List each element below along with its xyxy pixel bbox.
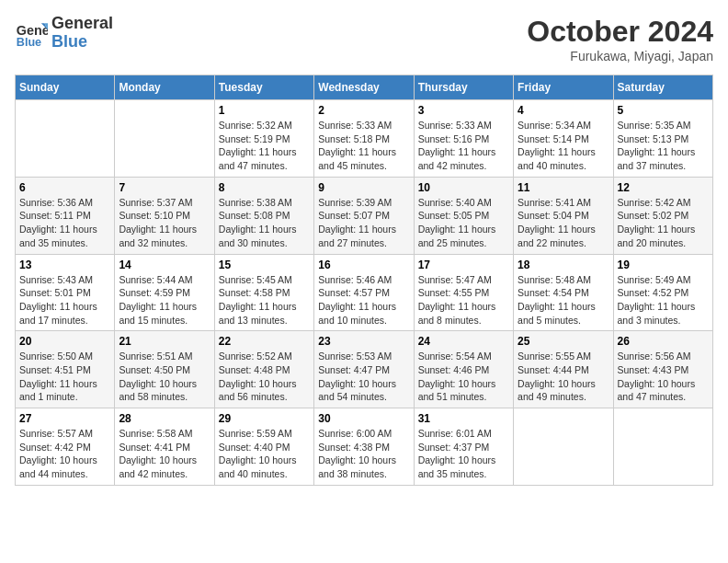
calendar-cell: 14Sunrise: 5:44 AMSunset: 4:59 PMDayligh… (115, 254, 214, 331)
calendar-cell: 5Sunrise: 5:35 AMSunset: 5:13 PMDaylight… (613, 100, 712, 178)
day-info: Sunrise: 5:36 AMSunset: 5:11 PMDaylight:… (19, 196, 110, 250)
day-number: 14 (119, 259, 210, 271)
day-info: Sunrise: 5:39 AMSunset: 5:07 PMDaylight:… (318, 196, 409, 250)
day-info: Sunrise: 5:44 AMSunset: 4:59 PMDaylight:… (119, 273, 210, 327)
calendar-cell: 21Sunrise: 5:51 AMSunset: 4:50 PMDayligh… (115, 331, 214, 408)
day-info: Sunrise: 5:57 AMSunset: 4:42 PMDaylight:… (19, 427, 110, 481)
calendar-cell: 19Sunrise: 5:49 AMSunset: 4:52 PMDayligh… (613, 254, 712, 331)
calendar-cell: 16Sunrise: 5:46 AMSunset: 4:57 PMDayligh… (314, 254, 414, 331)
calendar-cell: 12Sunrise: 5:42 AMSunset: 5:02 PMDayligh… (613, 177, 712, 254)
day-number: 8 (219, 181, 310, 194)
day-number: 22 (219, 335, 310, 348)
calendar-cell: 9Sunrise: 5:39 AMSunset: 5:07 PMDaylight… (314, 177, 414, 254)
calendar-cell: 31Sunrise: 6:01 AMSunset: 4:37 PMDayligh… (414, 408, 513, 486)
day-number: 13 (19, 259, 110, 271)
day-number: 19 (618, 259, 709, 271)
logo: General Blue General Blue (15, 15, 113, 52)
weekday-header-friday: Friday (514, 75, 613, 100)
day-info: Sunrise: 5:38 AMSunset: 5:08 PMDaylight:… (219, 196, 310, 250)
calendar-cell: 23Sunrise: 5:53 AMSunset: 4:47 PMDayligh… (314, 331, 414, 408)
day-number: 16 (318, 259, 409, 271)
calendar-cell: 3Sunrise: 5:33 AMSunset: 5:16 PMDaylight… (414, 100, 513, 178)
calendar-title: October 2024 (527, 15, 713, 49)
calendar-cell: 20Sunrise: 5:50 AMSunset: 4:51 PMDayligh… (16, 331, 115, 408)
calendar-cell: 4Sunrise: 5:34 AMSunset: 5:14 PMDaylight… (514, 100, 613, 178)
day-number: 1 (219, 104, 310, 117)
day-number: 18 (518, 259, 609, 271)
calendar-cell: 17Sunrise: 5:47 AMSunset: 4:55 PMDayligh… (414, 254, 513, 331)
weekday-header-tuesday: Tuesday (214, 75, 313, 100)
calendar-cell: 24Sunrise: 5:54 AMSunset: 4:46 PMDayligh… (414, 331, 513, 408)
logo-icon: General Blue (15, 17, 48, 50)
day-number: 12 (618, 181, 709, 194)
calendar-cell: 18Sunrise: 5:48 AMSunset: 4:54 PMDayligh… (514, 254, 613, 331)
day-number: 4 (518, 104, 609, 117)
logo-line2: Blue (51, 33, 113, 52)
logo-line1: General (51, 15, 113, 33)
day-number: 30 (318, 412, 409, 425)
day-number: 21 (119, 335, 210, 348)
calendar-cell (514, 408, 613, 486)
calendar-cell: 25Sunrise: 5:55 AMSunset: 4:44 PMDayligh… (514, 331, 613, 408)
calendar-cell: 27Sunrise: 5:57 AMSunset: 4:42 PMDayligh… (16, 408, 115, 486)
day-number: 9 (318, 181, 409, 194)
day-info: Sunrise: 5:49 AMSunset: 4:52 PMDaylight:… (618, 273, 709, 327)
calendar-cell: 7Sunrise: 5:37 AMSunset: 5:10 PMDaylight… (115, 177, 214, 254)
logo-wordmark: General Blue (51, 15, 113, 52)
day-info: Sunrise: 5:58 AMSunset: 4:41 PMDaylight:… (119, 427, 210, 481)
day-info: Sunrise: 5:33 AMSunset: 5:18 PMDaylight:… (318, 119, 409, 173)
day-number: 20 (19, 335, 110, 348)
day-number: 26 (618, 335, 709, 348)
day-info: Sunrise: 5:55 AMSunset: 4:44 PMDaylight:… (518, 350, 609, 404)
day-number: 27 (19, 412, 110, 425)
day-info: Sunrise: 5:56 AMSunset: 4:43 PMDaylight:… (618, 350, 709, 404)
calendar-cell: 13Sunrise: 5:43 AMSunset: 5:01 PMDayligh… (16, 254, 115, 331)
calendar-table: SundayMondayTuesdayWednesdayThursdayFrid… (15, 75, 713, 486)
week-row-1: 1Sunrise: 5:32 AMSunset: 5:19 PMDaylight… (16, 100, 713, 178)
day-info: Sunrise: 5:53 AMSunset: 4:47 PMDaylight:… (318, 350, 409, 404)
calendar-cell: 10Sunrise: 5:40 AMSunset: 5:05 PMDayligh… (414, 177, 513, 254)
title-block: October 2024 Furukawa, Miyagi, Japan (527, 15, 713, 63)
day-number: 2 (318, 104, 409, 117)
calendar-cell: 1Sunrise: 5:32 AMSunset: 5:19 PMDaylight… (214, 100, 313, 178)
calendar-cell: 11Sunrise: 5:41 AMSunset: 5:04 PMDayligh… (514, 177, 613, 254)
day-info: Sunrise: 5:47 AMSunset: 4:55 PMDaylight:… (418, 273, 509, 327)
day-number: 10 (418, 181, 509, 194)
day-number: 23 (318, 335, 409, 348)
day-info: Sunrise: 5:48 AMSunset: 4:54 PMDaylight:… (518, 273, 609, 327)
page-header: General Blue General Blue October 2024 F… (15, 15, 713, 63)
day-number: 5 (618, 104, 709, 117)
week-row-3: 13Sunrise: 5:43 AMSunset: 5:01 PMDayligh… (16, 254, 713, 331)
calendar-cell: 26Sunrise: 5:56 AMSunset: 4:43 PMDayligh… (613, 331, 712, 408)
calendar-cell (16, 100, 115, 178)
day-info: Sunrise: 6:00 AMSunset: 4:38 PMDaylight:… (318, 427, 409, 481)
day-info: Sunrise: 6:01 AMSunset: 4:37 PMDaylight:… (418, 427, 509, 481)
day-number: 15 (219, 259, 310, 271)
day-info: Sunrise: 5:35 AMSunset: 5:13 PMDaylight:… (618, 119, 709, 173)
day-number: 17 (418, 259, 509, 271)
week-row-5: 27Sunrise: 5:57 AMSunset: 4:42 PMDayligh… (16, 408, 713, 486)
day-number: 29 (219, 412, 310, 425)
day-info: Sunrise: 5:42 AMSunset: 5:02 PMDaylight:… (618, 196, 709, 250)
calendar-cell: 2Sunrise: 5:33 AMSunset: 5:18 PMDaylight… (314, 100, 414, 178)
day-info: Sunrise: 5:51 AMSunset: 4:50 PMDaylight:… (119, 350, 210, 404)
weekday-header-wednesday: Wednesday (314, 75, 414, 100)
day-info: Sunrise: 5:43 AMSunset: 5:01 PMDaylight:… (19, 273, 110, 327)
day-number: 6 (19, 181, 110, 194)
weekday-header-row: SundayMondayTuesdayWednesdayThursdayFrid… (16, 75, 713, 100)
day-number: 3 (418, 104, 509, 117)
weekday-header-sunday: Sunday (16, 75, 115, 100)
day-info: Sunrise: 5:33 AMSunset: 5:16 PMDaylight:… (418, 119, 509, 173)
svg-text:Blue: Blue (17, 36, 41, 49)
day-info: Sunrise: 5:40 AMSunset: 5:05 PMDaylight:… (418, 196, 509, 250)
day-number: 7 (119, 181, 210, 194)
day-info: Sunrise: 5:32 AMSunset: 5:19 PMDaylight:… (219, 119, 310, 173)
day-info: Sunrise: 5:52 AMSunset: 4:48 PMDaylight:… (219, 350, 310, 404)
week-row-2: 6Sunrise: 5:36 AMSunset: 5:11 PMDaylight… (16, 177, 713, 254)
day-info: Sunrise: 5:54 AMSunset: 4:46 PMDaylight:… (418, 350, 509, 404)
day-info: Sunrise: 5:46 AMSunset: 4:57 PMDaylight:… (318, 273, 409, 327)
calendar-cell: 8Sunrise: 5:38 AMSunset: 5:08 PMDaylight… (214, 177, 313, 254)
day-number: 25 (518, 335, 609, 348)
day-info: Sunrise: 5:50 AMSunset: 4:51 PMDaylight:… (19, 350, 110, 404)
week-row-4: 20Sunrise: 5:50 AMSunset: 4:51 PMDayligh… (16, 331, 713, 408)
